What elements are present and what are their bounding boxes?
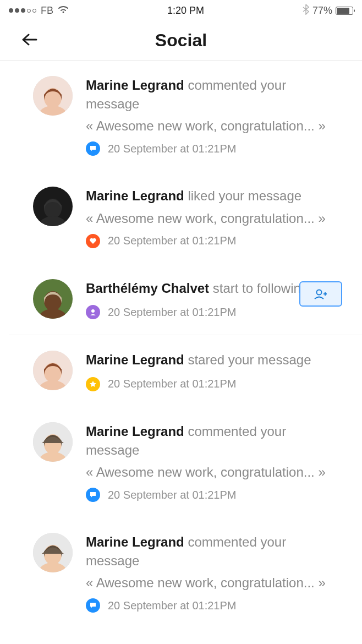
signal-strength-icon (9, 8, 36, 13)
notification-body: Marine Legrand liked your message « Awes… (86, 187, 342, 248)
svg-point-10 (91, 309, 95, 313)
notification-meta: 20 September at 01:21PM (86, 598, 342, 613)
comment-icon (86, 141, 100, 156)
actor-name: Marine Legrand (86, 424, 184, 439)
timestamp: 20 September at 01:21PM (108, 599, 236, 612)
avatar[interactable] (33, 187, 73, 226)
follow-button[interactable] (299, 281, 342, 307)
page-title: Social (155, 30, 207, 51)
svg-point-0 (63, 11, 64, 13)
carrier-label: FB (41, 5, 53, 17)
notification-text: Marine Legrand commented your message (86, 533, 342, 570)
notification-body: Marine Legrand commented your message « … (86, 76, 342, 156)
comment-icon (86, 488, 100, 502)
notification-text: Marine Legrand stared your message (86, 351, 342, 369)
actor-name: Barthélémy Chalvet (86, 281, 209, 296)
like-icon (86, 234, 100, 248)
timestamp: 20 September at 01:21PM (108, 378, 236, 390)
timestamp: 20 September at 01:21PM (108, 234, 236, 247)
clock: 1:20 PM (167, 5, 204, 17)
actor-name: Marine Legrand (86, 78, 184, 92)
notification-text: Marine Legrand commented your message (86, 422, 342, 459)
notification-text: Marine Legrand commented your message (86, 76, 342, 113)
status-left: FB (9, 5, 69, 17)
svg-point-11 (317, 290, 322, 294)
notification-text: Marine Legrand liked your message (86, 187, 342, 205)
notification-quote: « Awesome new work, congratulation... » (86, 465, 342, 480)
notification-body: Marine Legrand stared your message 20 Se… (86, 351, 342, 391)
avatar[interactable] (33, 76, 73, 116)
wifi-icon (58, 5, 69, 17)
status-right: 77% (303, 4, 353, 18)
star-icon (86, 377, 100, 391)
timestamp: 20 September at 01:21PM (108, 489, 236, 501)
battery-pct: 77% (312, 5, 332, 17)
notification-quote: « Awesome new work, congratulation... » (86, 118, 342, 134)
actor-name: Marine Legrand (86, 352, 184, 367)
actor-name: Marine Legrand (86, 534, 184, 549)
status-bar: FB 1:20 PM 77% (0, 0, 362, 21)
avatar[interactable] (33, 533, 73, 572)
notification-meta: 20 September at 01:21PM (86, 377, 342, 391)
action-text: liked your message (188, 188, 301, 203)
back-button[interactable] (22, 34, 37, 48)
notification-list[interactable]: Marine Legrand commented your message « … (0, 61, 362, 628)
notification-quote: « Awesome new work, congratulation... » (86, 575, 342, 591)
notification-item[interactable]: Marine Legrand liked your message « Awes… (9, 171, 362, 264)
notification-item[interactable]: Marine Legrand commented your message « … (9, 407, 362, 517)
notification-meta: 20 September at 01:21PM (86, 305, 342, 319)
comment-icon (86, 598, 100, 613)
app-header: Social (0, 21, 362, 61)
timestamp: 20 September at 01:21PM (108, 143, 236, 155)
avatar[interactable] (33, 351, 73, 390)
avatar[interactable] (33, 279, 73, 319)
action-text: stared your message (188, 352, 311, 367)
timestamp: 20 September at 01:21PM (108, 306, 236, 319)
notification-meta: 20 September at 01:21PM (86, 488, 342, 502)
follow-icon (86, 305, 100, 319)
notification-body: Marine Legrand commented your message « … (86, 533, 342, 613)
notification-meta: 20 September at 01:21PM (86, 234, 342, 248)
bluetooth-icon (303, 4, 309, 18)
notification-quote: « Awesome new work, congratulation... » (86, 211, 342, 226)
actor-name: Marine Legrand (86, 188, 184, 203)
notification-item[interactable]: Marine Legrand commented your message « … (9, 61, 362, 171)
battery-icon (336, 7, 353, 15)
notification-body: Marine Legrand commented your message « … (86, 422, 342, 502)
notification-item[interactable]: Marine Legrand stared your message 20 Se… (9, 335, 362, 407)
avatar[interactable] (33, 422, 73, 462)
notification-item[interactable]: Marine Legrand commented your message « … (9, 517, 362, 628)
notification-meta: 20 September at 01:21PM (86, 141, 342, 156)
